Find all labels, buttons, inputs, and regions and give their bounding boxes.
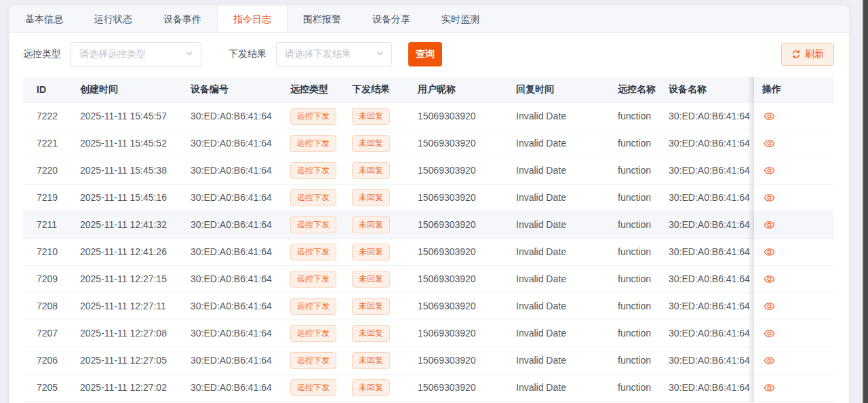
table-row: 7221 2025-11-11 15:45:52 30:ED:A0:B6:41:… (23, 130, 834, 157)
table-row: 7205 2025-11-11 12:27:02 30:ED:A0:B6:41:… (23, 374, 834, 401)
cell-device-no: 30:ED:A0:B6:41:64 (182, 320, 282, 347)
cell-remote-type: 远控下发 (282, 374, 344, 401)
view-detail-button[interactable] (762, 326, 776, 341)
cell-id: 7219 (23, 184, 72, 211)
eye-icon (764, 273, 775, 285)
eye-icon (764, 382, 775, 394)
col-header-actions: 操作 (754, 77, 834, 102)
result-tag: 未回复 (352, 352, 390, 369)
remote-type-tag: 远控下发 (290, 352, 336, 369)
view-detail-button[interactable] (762, 272, 776, 286)
cell-reply-time: Invalid Date (508, 157, 610, 184)
cell-id: 7208 (23, 292, 72, 320)
cell-remote-type: 远控下发 (282, 238, 344, 265)
cell-actions (754, 238, 834, 265)
cell-id: 7206 (23, 347, 72, 374)
cell-result: 未回复 (344, 292, 410, 320)
cell-created: 2025-11-11 12:27:08 (72, 320, 182, 347)
command-log-table: ID 创建时间 设备编号 远控类型 下发结果 用户昵称 回复时间 远控名称 设备… (23, 77, 834, 402)
eye-icon (764, 301, 775, 312)
cell-id: 7222 (23, 102, 72, 130)
view-detail-button[interactable] (762, 136, 776, 151)
cell-nickname: 15069303920 (410, 265, 508, 292)
cell-remote-name: function (610, 374, 660, 401)
col-header-remote-type: 远控类型 (282, 77, 344, 102)
remote-type-placeholder: 请选择远控类型 (79, 48, 146, 60)
view-detail-button[interactable] (762, 381, 776, 395)
cell-device-no: 30:ED:A0:B6:41:64 (182, 292, 282, 320)
cell-device-name: 30:ED:A0:B6:41:64 (660, 130, 754, 157)
page-scrollbar[interactable] (862, 0, 868, 403)
cell-device-no: 30:ED:A0:B6:41:64 (182, 347, 282, 374)
remote-type-select[interactable]: 请选择远控类型 (71, 42, 201, 66)
tab-item[interactable]: 设备事件 (148, 5, 217, 32)
view-detail-button[interactable] (762, 164, 776, 178)
command-log-panel: 基本信息 运行状态 设备事件 指令日志 围栏报警 设备分享 实时监测 远控类型 … (9, 5, 849, 403)
col-header-nickname: 用户昵称 (410, 77, 508, 102)
table-row: 7220 2025-11-11 15:45:38 30:ED:A0:B6:41:… (23, 157, 834, 184)
tab-item[interactable]: 指令日志 (217, 5, 288, 33)
refresh-icon (791, 50, 801, 59)
table-row: 7208 2025-11-11 12:27:11 30:ED:A0:B6:41:… (23, 292, 834, 320)
remote-type-tag: 远控下发 (290, 271, 336, 288)
col-header-reply-time: 回复时间 (508, 77, 610, 102)
remote-type-tag: 远控下发 (290, 244, 336, 261)
cell-actions (754, 320, 834, 347)
view-detail-button[interactable] (762, 299, 776, 313)
cell-result: 未回复 (344, 130, 410, 157)
remote-type-label: 远控类型 (23, 48, 61, 60)
cell-device-name: 30:ED:A0:B6:41:64 (660, 211, 754, 238)
cell-device-name: 30:ED:A0:B6:41:64 (660, 157, 754, 184)
cell-reply-time: Invalid Date (508, 265, 610, 292)
cell-device-no: 30:ED:A0:B6:41:64 (182, 130, 282, 157)
view-detail-button[interactable] (762, 191, 776, 205)
cell-created: 2025-11-11 12:27:02 (72, 374, 182, 401)
cell-created: 2025-11-11 12:27:11 (72, 292, 182, 320)
tab-item[interactable]: 围栏报警 (288, 5, 357, 32)
eye-icon (764, 328, 775, 339)
tab-item[interactable]: 设备分享 (357, 5, 426, 32)
cell-remote-type: 远控下发 (282, 265, 344, 292)
cell-remote-name: function (610, 102, 660, 130)
cell-remote-type: 远控下发 (282, 157, 344, 184)
cell-device-no: 30:ED:A0:B6:41:64 (182, 211, 282, 238)
cell-id: 7210 (23, 238, 72, 265)
cell-result: 未回复 (344, 320, 410, 347)
eye-icon (764, 192, 775, 204)
view-detail-button[interactable] (762, 218, 776, 232)
table-row: 7206 2025-11-11 12:27:05 30:ED:A0:B6:41:… (23, 347, 834, 374)
refresh-button-label: 刷新 (805, 48, 824, 60)
cell-device-name: 30:ED:A0:B6:41:64 (660, 238, 754, 265)
cell-actions (754, 102, 834, 130)
cell-id: 7220 (23, 157, 72, 184)
result-tag: 未回复 (352, 135, 390, 152)
cell-created: 2025-11-11 12:41:26 (72, 238, 182, 265)
tab-item[interactable]: 基本信息 (9, 5, 79, 32)
tab-item[interactable]: 实时监测 (426, 5, 495, 32)
cell-device-no: 30:ED:A0:B6:41:64 (182, 265, 282, 292)
cell-remote-name: function (610, 347, 660, 374)
tab-bar: 基本信息 运行状态 设备事件 指令日志 围栏报警 设备分享 实时监测 (9, 5, 849, 33)
view-detail-button[interactable] (762, 109, 776, 123)
col-header-device-name: 设备名称 (660, 77, 754, 102)
cell-actions (754, 374, 834, 401)
cell-device-no: 30:ED:A0:B6:41:64 (182, 102, 282, 130)
remote-type-tag: 远控下发 (290, 325, 336, 342)
send-result-label: 下发结果 (229, 48, 267, 60)
refresh-button[interactable]: 刷新 (781, 43, 834, 66)
cell-actions (754, 157, 834, 184)
cell-reply-time: Invalid Date (508, 374, 610, 401)
send-result-select[interactable]: 请选择下发结果 (276, 42, 392, 66)
cell-nickname: 15069303920 (410, 374, 508, 401)
cell-result: 未回复 (344, 374, 410, 401)
col-header-device-no: 设备编号 (182, 77, 282, 102)
eye-icon (764, 138, 775, 149)
query-button[interactable]: 查询 (408, 42, 442, 66)
cell-created: 2025-11-11 15:45:16 (72, 184, 182, 211)
view-detail-button[interactable] (762, 245, 776, 259)
tab-item[interactable]: 运行状态 (79, 5, 148, 32)
cell-remote-name: function (610, 130, 660, 157)
cell-created: 2025-11-11 15:45:38 (72, 157, 182, 184)
view-detail-button[interactable] (762, 353, 776, 368)
cell-actions (754, 130, 834, 157)
